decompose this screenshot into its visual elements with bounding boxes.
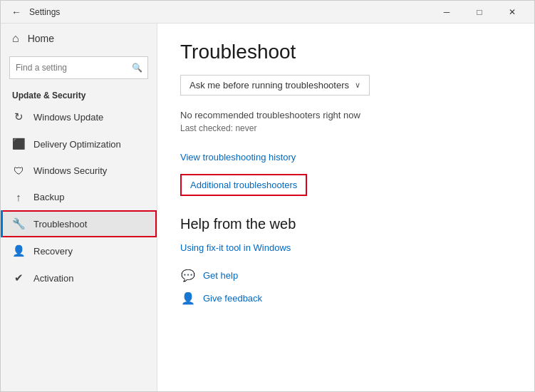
get-help-row: 💬 Get help bbox=[180, 267, 511, 283]
right-panel: Troubleshoot Ask me before running troub… bbox=[157, 24, 534, 391]
recovery-label: Recovery bbox=[33, 246, 73, 257]
home-label: Home bbox=[28, 33, 54, 44]
sidebar-item-backup[interactable]: ↑ Backup bbox=[1, 184, 157, 210]
maximize-button[interactable]: □ bbox=[463, 1, 496, 24]
additional-troubleshooters-button[interactable]: Additional troubleshooters bbox=[180, 174, 307, 196]
dropdown-label: Ask me before running troubleshooters bbox=[189, 80, 349, 91]
search-box: 🔍 bbox=[9, 56, 148, 79]
get-help-icon: 💬 bbox=[180, 267, 196, 283]
sidebar-item-windows-security[interactable]: 🛡 Windows Security bbox=[1, 158, 157, 184]
get-help-link[interactable]: Get help bbox=[203, 270, 238, 281]
troubleshoot-label: Troubleshoot bbox=[33, 219, 87, 229]
help-from-web-heading: Help from the web bbox=[180, 216, 511, 232]
windows-security-icon: 🛡 bbox=[12, 165, 25, 177]
troubleshoot-icon: 🔧 bbox=[12, 217, 25, 230]
close-button[interactable]: ✕ bbox=[496, 1, 529, 24]
sidebar-item-home[interactable]: ⌂ Home bbox=[1, 24, 157, 53]
fix-it-tool-link[interactable]: Using fix-it tool in Windows bbox=[180, 242, 291, 253]
sidebar-item-troubleshoot[interactable]: 🔧 Troubleshoot bbox=[1, 210, 157, 237]
delivery-optimization-icon: ⬛ bbox=[12, 138, 25, 150]
view-troubleshooting-history-link[interactable]: View troubleshooting history bbox=[180, 152, 296, 163]
delivery-optimization-label: Delivery Optimization bbox=[33, 139, 121, 150]
sidebar-item-delivery-optimization[interactable]: ⬛ Delivery Optimization bbox=[1, 130, 157, 158]
search-input[interactable] bbox=[9, 56, 148, 79]
recovery-icon: 👤 bbox=[12, 244, 25, 257]
windows-update-icon: ↻ bbox=[12, 110, 25, 123]
last-checked-text: Last checked: never bbox=[180, 123, 511, 133]
titlebar: ← Settings ─ □ ✕ bbox=[1, 1, 534, 24]
window-title: Settings bbox=[29, 7, 430, 17]
activation-icon: ✔ bbox=[12, 272, 25, 284]
minimize-button[interactable]: ─ bbox=[430, 1, 463, 24]
backup-icon: ↑ bbox=[12, 191, 25, 203]
sidebar-item-windows-update[interactable]: ↻ Windows Update bbox=[1, 103, 157, 130]
activation-label: Activation bbox=[33, 273, 73, 284]
chevron-down-icon: ∨ bbox=[355, 81, 360, 90]
windows-update-label: Windows Update bbox=[33, 112, 103, 123]
back-button[interactable]: ← bbox=[6, 2, 26, 22]
search-icon: 🔍 bbox=[132, 63, 142, 73]
give-feedback-link[interactable]: Give feedback bbox=[203, 293, 262, 304]
sidebar-section-label: Update & Security bbox=[1, 85, 157, 103]
sidebar: ⌂ Home 🔍 Update & Security ↻ Windows Upd… bbox=[1, 24, 157, 391]
windows-security-label: Windows Security bbox=[33, 165, 107, 176]
backup-label: Backup bbox=[33, 192, 64, 202]
give-feedback-row: 👤 Give feedback bbox=[180, 290, 511, 306]
main-content: ⌂ Home 🔍 Update & Security ↻ Windows Upd… bbox=[1, 24, 534, 391]
no-troubleshooters-text: No recommended troubleshooters right now bbox=[180, 110, 511, 120]
troubleshooter-mode-dropdown[interactable]: Ask me before running troubleshooters ∨ bbox=[180, 75, 370, 96]
sidebar-item-activation[interactable]: ✔ Activation bbox=[1, 264, 157, 292]
give-feedback-icon: 👤 bbox=[180, 290, 196, 306]
window-controls: ─ □ ✕ bbox=[430, 1, 529, 24]
page-title: Troubleshoot bbox=[180, 41, 511, 63]
sidebar-item-recovery[interactable]: 👤 Recovery bbox=[1, 237, 157, 264]
settings-window: ← Settings ─ □ ✕ ⌂ Home 🔍 Update & Secur… bbox=[0, 0, 535, 392]
home-icon: ⌂ bbox=[12, 32, 19, 45]
